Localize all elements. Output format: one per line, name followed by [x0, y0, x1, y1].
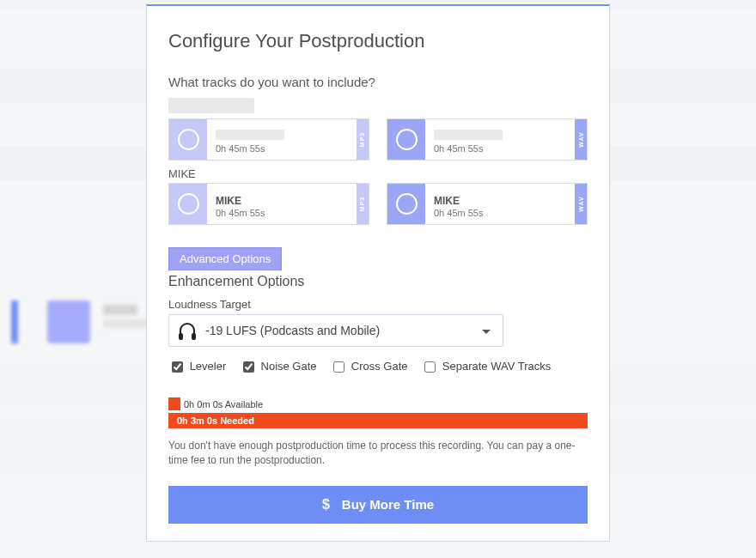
loudness-selected-value: -19 LUFS (Podcasts and Mobile)	[205, 324, 380, 337]
track-select-indicator	[387, 119, 425, 160]
track-name-redacted	[434, 130, 503, 140]
headphones-icon	[178, 323, 197, 338]
chevron-down-icon	[482, 330, 491, 334]
track-select-indicator	[169, 184, 207, 224]
track-card-wav[interactable]: MIKE 0h 45m 55s WAV	[387, 183, 588, 225]
tracks-question: What tracks do you want to include?	[168, 75, 588, 89]
advanced-options-button[interactable]: Advanced Options	[168, 247, 282, 270]
enhancement-checkboxes: Leveler Noise Gate Cross Gate Separate W…	[168, 359, 588, 375]
time-status: 0h 0m 0s Available 0h 3m 0s Needed	[168, 397, 588, 428]
track-format-badge: WAV	[575, 119, 587, 160]
track-row: MIKE 0h 45m 55s MP3 MIKE 0h 45m 55s WAV	[168, 183, 588, 225]
buy-button-label: Buy More Time	[342, 497, 434, 512]
track-name: MIKE	[216, 195, 350, 207]
track-select-indicator	[169, 119, 207, 160]
track-group-label: MIKE	[168, 167, 588, 180]
track-format-badge: MP3	[357, 184, 369, 224]
cross-gate-checkbox-input[interactable]	[333, 361, 344, 373]
separate-wav-checkbox[interactable]: Separate WAV Tracks	[421, 360, 551, 373]
separate-wav-checkbox-input[interactable]	[424, 361, 436, 373]
leveler-checkbox-input[interactable]	[172, 361, 183, 373]
cross-gate-checkbox[interactable]: Cross Gate	[330, 360, 411, 373]
track-group-label-redacted	[168, 98, 254, 113]
track-format-badge: MP3	[357, 119, 369, 160]
buy-more-time-button[interactable]: $ Buy More Time	[168, 486, 588, 524]
loudness-target-select[interactable]: -19 LUFS (Podcasts and Mobile)	[168, 314, 503, 347]
track-row: 0h 45m 55s MP3 0h 45m 55s WAV	[168, 118, 588, 161]
time-available-text: 0h 0m 0s Available	[184, 399, 263, 409]
track-duration: 0h 45m 55s	[216, 207, 350, 219]
noise-gate-checkbox-input[interactable]	[243, 361, 254, 373]
time-needed-text: 0h 3m 0s Needed	[177, 415, 254, 426]
track-name: MIKE	[434, 195, 568, 207]
time-needed-bar: 0h 3m 0s Needed	[168, 413, 588, 428]
track-name-redacted	[216, 130, 284, 140]
page-title: Configure Your Postproduction	[168, 30, 588, 52]
track-duration: 0h 45m 55s	[434, 207, 568, 219]
noise-gate-checkbox[interactable]: Noise Gate	[240, 360, 320, 373]
track-format-badge: WAV	[575, 184, 587, 224]
track-duration: 0h 45m 55s	[434, 143, 568, 155]
dollar-icon: $	[322, 497, 330, 513]
loudness-label: Loudness Target	[168, 298, 588, 311]
time-available-bar: 0h 0m 0s Available	[168, 397, 588, 410]
track-card-mp3[interactable]: MIKE 0h 45m 55s MP3	[168, 183, 369, 225]
enhancement-heading: Enhancement Options	[168, 274, 588, 289]
track-card-mp3[interactable]: 0h 45m 55s MP3	[168, 118, 369, 161]
track-select-indicator	[387, 184, 425, 224]
track-duration: 0h 45m 55s	[216, 143, 350, 155]
track-card-wav[interactable]: 0h 45m 55s WAV	[387, 118, 588, 161]
leveler-checkbox[interactable]: Leveler	[168, 360, 229, 373]
postproduction-config-modal: Configure Your Postproduction What track…	[146, 4, 610, 542]
insufficient-time-warning: You don't have enough postproduction tim…	[168, 439, 588, 469]
